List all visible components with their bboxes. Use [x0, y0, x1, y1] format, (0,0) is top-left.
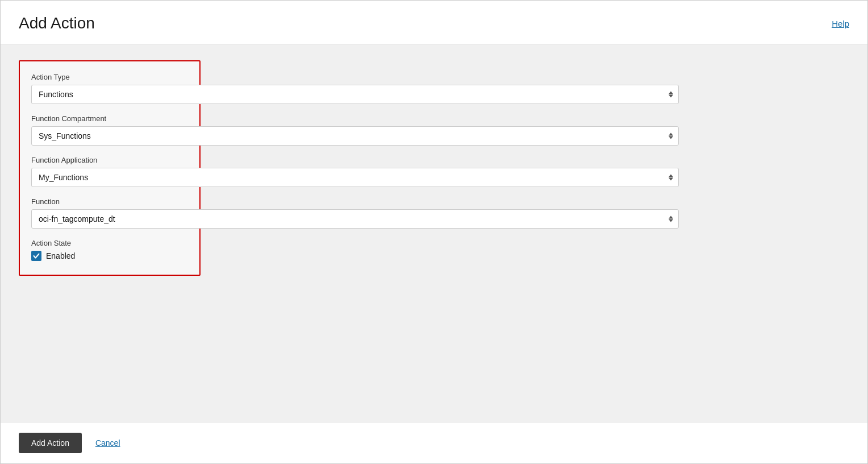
function-application-field: Function Application My_Functions [31, 156, 188, 187]
modal-container: Add Action Help Action Type Functions No… [0, 0, 868, 464]
enabled-label: Enabled [46, 251, 75, 260]
function-application-select-wrapper: My_Functions [31, 168, 679, 187]
function-label: Function [31, 197, 188, 206]
function-select-wrapper: oci-fn_tagcompute_dt [31, 209, 679, 229]
function-compartment-select-wrapper: Sys_Functions [31, 126, 679, 146]
action-state-field: Action State Enabled [31, 239, 188, 261]
function-field: Function oci-fn_tagcompute_dt [31, 197, 188, 229]
function-compartment-field: Function Compartment Sys_Functions [31, 114, 188, 146]
modal-body: Action Type Functions Notifications Stre… [1, 44, 867, 422]
checkmark-icon [33, 252, 40, 259]
add-action-button[interactable]: Add Action [19, 433, 82, 453]
action-type-field: Action Type Functions Notifications Stre… [31, 73, 188, 104]
modal-title: Add Action [19, 14, 95, 32]
action-type-select[interactable]: Functions Notifications Streaming [31, 85, 679, 104]
action-type-label: Action Type [31, 73, 188, 81]
function-application-select[interactable]: My_Functions [31, 168, 679, 187]
help-link[interactable]: Help [832, 19, 849, 28]
enabled-checkbox[interactable] [31, 251, 41, 261]
function-select[interactable]: oci-fn_tagcompute_dt [31, 209, 679, 229]
action-state-checkbox-row: Enabled [31, 251, 188, 261]
cancel-button[interactable]: Cancel [93, 433, 123, 453]
modal-footer: Add Action Cancel [1, 422, 867, 463]
function-compartment-label: Function Compartment [31, 114, 188, 123]
form-card: Action Type Functions Notifications Stre… [19, 60, 201, 276]
action-state-label: Action State [31, 239, 188, 247]
function-compartment-select[interactable]: Sys_Functions [31, 126, 679, 146]
action-type-select-wrapper: Functions Notifications Streaming [31, 85, 679, 104]
function-application-label: Function Application [31, 156, 188, 164]
modal-header: Add Action Help [1, 1, 867, 44]
